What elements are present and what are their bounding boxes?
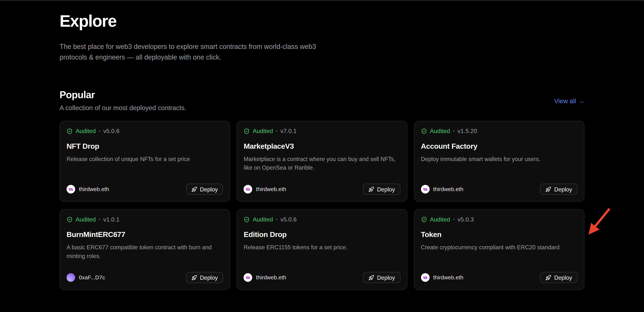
- address-avatar[interactable]: [66, 273, 75, 282]
- dot-separator: •: [453, 216, 455, 222]
- section-title: Popular: [60, 90, 186, 100]
- card-footer: thirdweb.eth Deploy: [244, 272, 400, 283]
- dot-separator: •: [276, 128, 278, 134]
- card-footer: thirdweb.eth Deploy: [244, 184, 400, 195]
- publisher-name[interactable]: thirdweb.eth: [433, 186, 464, 192]
- publisher-avatar[interactable]: [421, 273, 430, 282]
- contract-description: Create cryptocurrency compliant with ERC…: [421, 243, 578, 252]
- audited-badge: Audited: [76, 216, 96, 222]
- card-badge-row: Audited • v1.5.20: [421, 128, 578, 134]
- rocket-icon: [191, 275, 197, 280]
- deploy-button[interactable]: Deploy: [363, 272, 400, 283]
- deploy-label: Deploy: [377, 186, 395, 192]
- card-footer: thirdweb.eth Deploy: [421, 272, 578, 283]
- thirdweb-logo-icon: [422, 276, 428, 280]
- contract-description: Deploy immutable smart wallets for your …: [421, 155, 578, 164]
- shield-check-icon: [421, 128, 427, 134]
- dot-separator: •: [99, 128, 100, 134]
- rocket-icon: [191, 186, 197, 192]
- deploy-label: Deploy: [554, 186, 572, 192]
- contract-description: Release ERC1155 tokens for a set price.: [244, 243, 400, 252]
- rocket-icon: [368, 186, 374, 192]
- rocket-icon: [368, 275, 374, 280]
- dot-separator: •: [99, 216, 100, 222]
- card-badge-row: Audited • v5.0.6: [244, 216, 400, 222]
- shield-check-icon: [244, 128, 250, 134]
- contract-card[interactable]: Audited • v5.0.3 Token Create cryptocurr…: [414, 209, 584, 290]
- contract-version: v7.0.1: [280, 128, 297, 134]
- audited-badge: Audited: [76, 128, 96, 134]
- contract-title[interactable]: Edition Drop: [244, 230, 400, 239]
- thirdweb-logo-icon: [422, 187, 428, 191]
- explore-page: Explore The best place for web3 develope…: [0, 0, 644, 312]
- audited-badge: Audited: [430, 128, 450, 134]
- dot-separator: •: [276, 216, 278, 222]
- main-content: Explore The best place for web3 develope…: [0, 1, 644, 290]
- view-all-label: View all: [554, 98, 576, 105]
- contract-card[interactable]: Audited • v1.5.20 Account Factory Deploy…: [414, 121, 584, 202]
- shield-check-icon: [66, 128, 73, 134]
- card-footer: thirdweb.eth Deploy: [421, 184, 578, 195]
- page-title: Explore: [60, 12, 584, 30]
- rocket-icon: [546, 275, 551, 280]
- publisher-avatar[interactable]: [66, 185, 75, 194]
- contract-description: A basic ERC677 compatible token contract…: [66, 243, 223, 260]
- contract-version: v5.0.6: [280, 216, 297, 222]
- contract-version: v5.0.3: [458, 216, 474, 222]
- shield-check-icon: [421, 216, 427, 222]
- section-subtitle: A collection of our most deployed contra…: [60, 104, 186, 112]
- contract-description: Marketplace is a contract where you can …: [244, 155, 400, 172]
- contract-title[interactable]: MarketplaceV3: [244, 142, 400, 151]
- contract-card[interactable]: Audited • v7.0.1 MarketplaceV3 Marketpla…: [237, 121, 407, 202]
- publisher-name[interactable]: thirdweb.eth: [256, 274, 286, 281]
- deploy-button[interactable]: Deploy: [363, 184, 400, 195]
- card-footer: thirdweb.eth Deploy: [66, 184, 223, 195]
- card-badge-row: Audited • v5.0.3: [421, 216, 578, 222]
- thirdweb-logo-icon: [245, 187, 251, 191]
- deploy-button[interactable]: Deploy: [186, 272, 223, 283]
- card-badge-row: Audited • v1.0.1: [66, 216, 223, 222]
- audited-badge: Audited: [253, 216, 273, 222]
- page-subtitle: The best place for web3 developers to ex…: [60, 41, 337, 62]
- card-badge-row: Audited • v7.0.1: [244, 128, 400, 134]
- popular-section-header: Popular A collection of our most deploye…: [60, 90, 584, 112]
- shield-check-icon: [66, 216, 73, 222]
- shield-check-icon: [244, 216, 250, 222]
- deploy-button[interactable]: Deploy: [540, 272, 578, 283]
- publisher-name[interactable]: thirdweb.eth: [433, 274, 464, 281]
- popular-heading-block: Popular A collection of our most deploye…: [60, 90, 186, 112]
- publisher-name[interactable]: 0xaF...D7c: [79, 274, 105, 281]
- thirdweb-logo-icon: [245, 276, 251, 280]
- rocket-icon: [546, 186, 551, 192]
- publisher-avatar[interactable]: [244, 273, 252, 282]
- publisher-avatar[interactable]: [421, 185, 430, 194]
- audited-badge: Audited: [430, 216, 450, 222]
- contract-card[interactable]: Audited • v1.0.1 BurnMintERC677 A basic …: [60, 209, 230, 290]
- deploy-button[interactable]: Deploy: [186, 184, 223, 195]
- arrow-right-icon: →: [578, 98, 584, 105]
- deploy-button[interactable]: Deploy: [540, 184, 578, 195]
- deploy-label: Deploy: [554, 274, 572, 281]
- contract-title[interactable]: NFT Drop: [66, 142, 223, 151]
- cards-grid: Audited • v5.0.6 NFT Drop Release collec…: [60, 121, 584, 290]
- contract-title[interactable]: BurnMintERC677: [66, 230, 223, 239]
- dot-separator: •: [453, 128, 455, 134]
- contract-description: Release collection of unique NFTs for a …: [66, 155, 223, 164]
- contract-version: v1.5.20: [458, 128, 477, 134]
- card-footer: 0xaF...D7c Deploy: [66, 272, 223, 283]
- contract-title[interactable]: Account Factory: [421, 142, 578, 151]
- contract-version: v1.0.1: [103, 216, 120, 222]
- thirdweb-logo-icon: [68, 187, 74, 191]
- contract-card[interactable]: Audited • v5.0.6 NFT Drop Release collec…: [60, 121, 230, 202]
- contract-title[interactable]: Token: [421, 230, 578, 239]
- card-badge-row: Audited • v5.0.6: [66, 128, 223, 134]
- deploy-label: Deploy: [200, 186, 218, 192]
- publisher-name[interactable]: thirdweb.eth: [256, 186, 286, 192]
- audited-badge: Audited: [253, 128, 273, 134]
- publisher-name[interactable]: thirdweb.eth: [79, 186, 109, 192]
- view-all-link[interactable]: View all →: [554, 98, 584, 105]
- contract-card[interactable]: Audited • v5.0.6 Edition Drop Release ER…: [237, 209, 407, 290]
- contract-version: v5.0.6: [103, 128, 120, 134]
- publisher-avatar[interactable]: [244, 185, 252, 194]
- deploy-label: Deploy: [200, 274, 218, 281]
